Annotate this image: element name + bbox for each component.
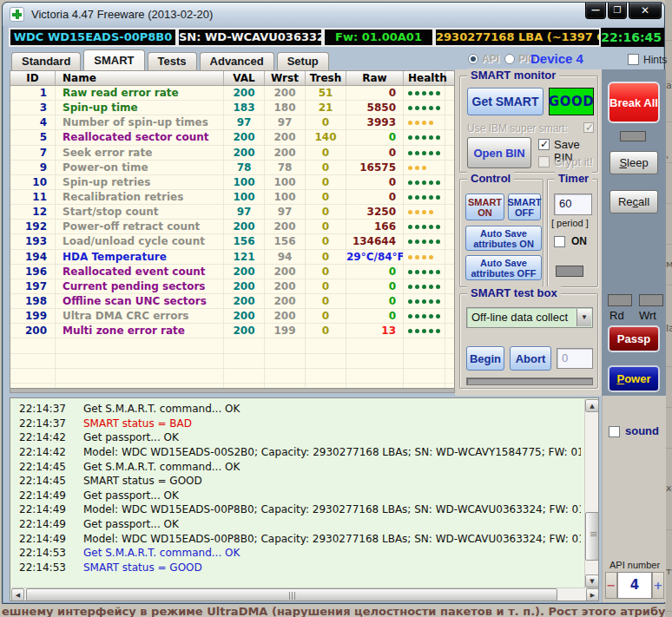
attribute-wrst: 200 <box>265 294 306 308</box>
title-bar[interactable]: Victoria 4.47 Freeware (2013-02-20) — ❐ … <box>3 3 664 26</box>
attribute-tresh: 21 <box>306 101 346 115</box>
table-row[interactable]: 4Number of spin-up times979703993 <box>10 115 454 130</box>
timer-period-input[interactable]: 60 <box>554 194 592 215</box>
api-number-increment-button[interactable]: + <box>652 572 664 599</box>
recall-button[interactable]: Recall <box>609 190 658 213</box>
table-row[interactable]: 1Raw read error rate200200510 <box>10 86 454 101</box>
chevron-down-icon[interactable]: ▼ <box>576 309 591 326</box>
pio-radio[interactable] <box>504 54 515 64</box>
tab-standard[interactable]: Standard <box>11 52 81 70</box>
tab-smart[interactable]: SMART <box>83 49 144 70</box>
attribute-name: Power-on time <box>56 161 224 174</box>
timer-on-checkbox[interactable] <box>554 236 565 247</box>
table-row[interactable]: 194HDA Temperature12194029°C/84°F <box>10 250 454 265</box>
header-raw: Raw <box>346 71 404 85</box>
clock: 22:16:45 <box>601 28 664 47</box>
log-message: Model: WDC WD15EADS-00P8B0; Capacity: 29… <box>83 503 581 515</box>
tab-tests[interactable]: Tests <box>148 52 197 70</box>
attribute-wrst: 200 <box>265 279 306 293</box>
power-button[interactable]: Power <box>608 365 660 392</box>
table-row[interactable]: 199Ultra DMA CRC errors20020000 <box>10 309 454 324</box>
api-number-decrement-button[interactable]: − <box>605 572 617 599</box>
table-row[interactable]: 9Power-on time7878016575 <box>10 161 454 175</box>
sound-checkbox[interactable] <box>609 426 620 437</box>
empty-cell <box>445 338 454 352</box>
test-progress-bar <box>466 377 593 385</box>
attribute-tresh: 0 <box>306 279 346 293</box>
background-text-fragment: ' <box>666 154 669 166</box>
hints-checkbox[interactable] <box>628 54 639 65</box>
break-all-button[interactable]: Break All <box>608 82 660 123</box>
attribute-tresh: 140 <box>306 130 346 144</box>
save-bin-checkbox[interactable] <box>538 139 550 150</box>
scroll-left-icon[interactable]: ◀ <box>11 588 24 601</box>
header-health: Health <box>404 71 445 85</box>
table-row[interactable]: 3Spin-up time183180215850 <box>10 101 454 115</box>
abort-button[interactable]: Abort <box>510 346 551 371</box>
health-dots <box>404 161 445 174</box>
log-timestamp: 22:14:37 <box>19 417 69 430</box>
api-number-value[interactable]: 4 <box>617 572 652 599</box>
attribute-wrst: 180 <box>265 101 306 115</box>
table-row[interactable]: 12Start/stop count979703250 <box>10 205 454 220</box>
begin-button[interactable]: Begin <box>466 346 504 371</box>
tab-advanced[interactable]: Advanced <box>200 52 274 70</box>
table-row[interactable]: 197Current pending sectors20020000 <box>10 279 454 294</box>
log-message: SMART status = GOOD <box>83 561 202 574</box>
close-button[interactable]: ✕ <box>629 3 662 19</box>
auto-save-attributes-on-button[interactable]: Auto Save attributes ON <box>465 226 542 251</box>
table-row[interactable]: 5Reallocated sector count2002001400 <box>10 130 454 145</box>
smart-on-button[interactable]: SMART ON <box>465 194 504 220</box>
row-filler <box>445 190 454 204</box>
empty-cell <box>404 354 445 368</box>
scroll-up-icon[interactable]: ▲ <box>585 399 599 412</box>
sleep-button[interactable]: Sleep <box>609 151 658 174</box>
scroll-down-icon[interactable]: ▼ <box>585 574 599 587</box>
tab-setup[interactable]: Setup <box>277 52 329 70</box>
log-horizontal-scrollbar[interactable]: ◀ ▶ <box>11 587 599 601</box>
attribute-raw: 13 <box>346 324 404 338</box>
test-counter-input[interactable]: 0 <box>557 348 593 369</box>
attribute-tresh: 0 <box>306 309 346 323</box>
table-row[interactable]: 10Spin-up retries10010000 <box>10 175 454 190</box>
scroll-right-icon[interactable]: ▶ <box>586 588 599 601</box>
maximize-button[interactable]: ❐ <box>608 3 627 19</box>
attribute-raw: 5850 <box>346 101 404 115</box>
health-dots <box>404 175 445 189</box>
horizontal-scroll-thumb[interactable] <box>26 588 557 601</box>
table-row[interactable]: 198Offline scan UNC sectors20020000 <box>10 294 454 309</box>
table-row[interactable]: 196Reallocated event count20020000 <box>10 265 454 279</box>
attribute-id: 193 <box>10 234 56 248</box>
passp-button[interactable]: Passp <box>608 325 660 352</box>
empty-cell <box>10 369 56 383</box>
attribute-val: 200 <box>224 146 265 160</box>
attribute-id: 7 <box>10 146 56 160</box>
smart-test-select[interactable]: Off-line data collect ▼ <box>466 307 593 328</box>
empty-cell <box>306 354 346 368</box>
attribute-name: Raw read error rate <box>56 86 224 100</box>
table-row[interactable]: 11Recalibration retries10010000 <box>10 190 454 205</box>
get-smart-button[interactable]: Get SMART <box>467 88 544 115</box>
empty-cell <box>56 354 224 368</box>
log-vertical-scrollbar[interactable]: ▲ ▼ <box>584 399 598 587</box>
vertical-scroll-thumb[interactable] <box>585 512 599 561</box>
log-timestamp: 22:14:37 <box>19 403 69 415</box>
log-timestamp: 22:14:49 <box>19 503 69 515</box>
header-val: VAL <box>224 71 265 85</box>
table-row[interactable]: 7Seek error rate20020000 <box>10 146 454 161</box>
background-text-fragment: м <box>666 259 672 270</box>
open-bin-button[interactable]: Open BIN <box>467 137 531 168</box>
smart-off-button[interactable]: SMART OFF <box>508 194 541 220</box>
attribute-tresh: 0 <box>306 294 346 308</box>
table-row[interactable]: 192Power-off retract count2002000166 <box>10 220 454 234</box>
auto-save-attributes-off-button[interactable]: Auto Save attributes OFF <box>465 255 542 280</box>
minimize-button[interactable]: — <box>585 3 606 19</box>
attribute-name: Recalibration retries <box>56 190 224 204</box>
table-row[interactable]: 200Multi zone error rate200199013 <box>10 324 454 338</box>
timer-title: Timer <box>555 172 592 185</box>
log-timestamp: 22:14:45 <box>19 475 69 487</box>
attribute-val: 156 <box>224 234 265 248</box>
api-radio[interactable] <box>468 54 478 64</box>
table-row[interactable]: 193Load/unload cycle count1561560134644 <box>10 234 454 249</box>
ibm-super-smart-label: Use IBM super smart: <box>467 122 594 135</box>
